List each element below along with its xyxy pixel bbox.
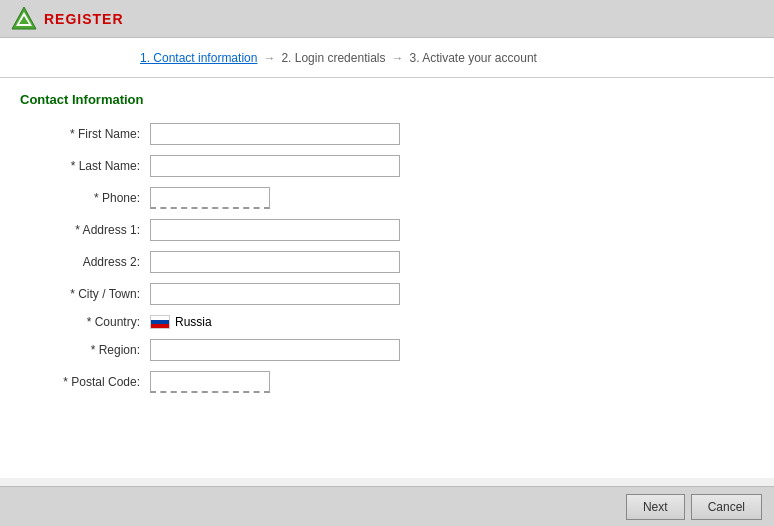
flag-red-stripe bbox=[151, 324, 169, 328]
address2-input[interactable] bbox=[150, 251, 400, 273]
country-display[interactable]: Russia bbox=[150, 315, 212, 329]
first-name-input[interactable] bbox=[150, 123, 400, 145]
address1-label: * Address 1: bbox=[20, 223, 150, 237]
logo-container: REGISTER bbox=[10, 5, 124, 33]
city-label: * City / Town: bbox=[20, 287, 150, 301]
last-name-row: * Last Name: bbox=[20, 155, 754, 177]
main-content: Contact Information * First Name: * Last… bbox=[0, 78, 774, 478]
breadcrumb-arrow-1: → bbox=[263, 51, 275, 65]
cancel-button[interactable]: Cancel bbox=[691, 494, 762, 520]
phone-row: * Phone: bbox=[20, 187, 754, 209]
phone-input[interactable] bbox=[150, 187, 270, 209]
russia-flag-icon bbox=[150, 315, 170, 329]
footer-bar: Next Cancel bbox=[0, 486, 774, 526]
phone-label: * Phone: bbox=[20, 191, 150, 205]
city-input[interactable] bbox=[150, 283, 400, 305]
breadcrumb-arrow-2: → bbox=[391, 51, 403, 65]
last-name-label: * Last Name: bbox=[20, 159, 150, 173]
breadcrumb-bar: 1. Contact information → 2. Login creden… bbox=[0, 38, 774, 78]
region-input[interactable] bbox=[150, 339, 400, 361]
postal-label: * Postal Code: bbox=[20, 375, 150, 389]
country-label: * Country: bbox=[20, 315, 150, 329]
region-label: * Region: bbox=[20, 343, 150, 357]
country-row: * Country: Russia bbox=[20, 315, 754, 329]
section-title: Contact Information bbox=[20, 92, 754, 107]
city-row: * City / Town: bbox=[20, 283, 754, 305]
breadcrumb-step-1[interactable]: 1. Contact information bbox=[140, 51, 257, 65]
first-name-row: * First Name: bbox=[20, 123, 754, 145]
address1-row: * Address 1: bbox=[20, 219, 754, 241]
address2-row: Address 2: bbox=[20, 251, 754, 273]
address2-label: Address 2: bbox=[20, 255, 150, 269]
logo-icon bbox=[10, 5, 38, 33]
country-value: Russia bbox=[175, 315, 212, 329]
register-title: REGISTER bbox=[44, 11, 124, 27]
first-name-label: * First Name: bbox=[20, 127, 150, 141]
region-row: * Region: bbox=[20, 339, 754, 361]
header-bar: REGISTER bbox=[0, 0, 774, 38]
next-button[interactable]: Next bbox=[626, 494, 685, 520]
postal-input[interactable] bbox=[150, 371, 270, 393]
breadcrumb-step-2: 2. Login credentials bbox=[281, 51, 385, 65]
address1-input[interactable] bbox=[150, 219, 400, 241]
postal-row: * Postal Code: bbox=[20, 371, 754, 393]
last-name-input[interactable] bbox=[150, 155, 400, 177]
breadcrumb-step-3: 3. Activate your account bbox=[409, 51, 536, 65]
